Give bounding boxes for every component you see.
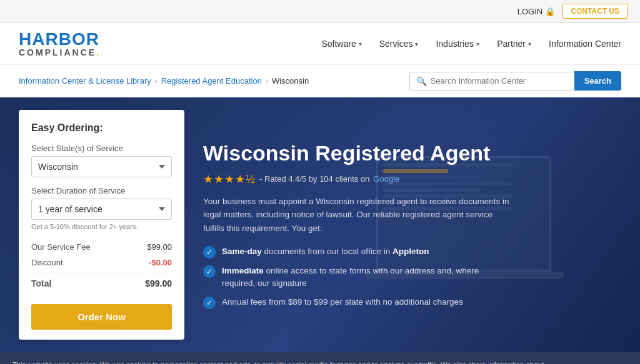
- check-icon-1: ✓: [203, 246, 216, 258]
- nav-industries[interactable]: Industries ▾: [436, 39, 479, 49]
- search-area: 🔍 Search: [409, 71, 621, 91]
- feature-3: ✓ Annual fees from $89 to $99 per state …: [203, 296, 503, 309]
- total-row: Total $99.00: [31, 273, 172, 292]
- state-form-group: Select State(s) of Service Wisconsin: [31, 144, 172, 177]
- google-link[interactable]: Google: [373, 174, 399, 184]
- cookie-banner: This website uses cookies. We use cookie…: [0, 352, 640, 364]
- duration-label: Select Duration of Service: [31, 186, 172, 195]
- cookie-text: This website uses cookies. We use cookie…: [12, 360, 550, 364]
- breadcrumb: Information Center & License Library › R…: [19, 76, 309, 86]
- check-icon-3: ✓: [203, 297, 216, 309]
- state-select[interactable]: Wisconsin: [31, 156, 172, 177]
- hero-title: Wisconsin Registered Agent: [203, 140, 621, 166]
- hero-description: Your business must appoint a Wisconsin r…: [203, 195, 516, 235]
- logo-harbor: HARBOR: [19, 31, 101, 48]
- logo-compliance: COMPLIANCE.: [19, 48, 101, 57]
- login-area: LOGIN 🔒: [518, 7, 555, 16]
- nav-software[interactable]: Software ▾: [321, 39, 361, 49]
- check-icon-2: ✓: [203, 265, 216, 278]
- pricing-section: Our Service Fee $99.00 Discount -$0.00 T…: [31, 239, 172, 292]
- discount-note: Get a 5-10% discount for 2+ years.: [31, 223, 172, 230]
- service-fee-label: Our Service Fee: [31, 242, 91, 252]
- chevron-down-icon: ▾: [359, 41, 362, 47]
- order-panel: Easy Ordering: Select State(s) of Servic…: [19, 110, 184, 340]
- main-nav: Software ▾ Services ▾ Industries ▾ Partn…: [321, 39, 621, 49]
- discount-label: Discount: [31, 258, 63, 267]
- search-icon: 🔍: [416, 76, 427, 86]
- star-rating: ★★★★½: [203, 172, 256, 186]
- chevron-down-icon: ▾: [415, 41, 418, 47]
- breadcrumb-separator: ›: [155, 77, 158, 86]
- feature-1-text: Same-day documents from our local office…: [222, 245, 429, 258]
- order-panel-title: Easy Ordering:: [31, 122, 172, 134]
- search-input-wrapper: 🔍: [409, 72, 574, 91]
- nav-information-center[interactable]: Information Center: [549, 39, 621, 49]
- search-input[interactable]: [431, 76, 568, 86]
- nav-services[interactable]: Services ▾: [379, 39, 419, 49]
- discount-value: -$0.00: [149, 258, 172, 267]
- breadcrumb-separator: ›: [266, 77, 268, 86]
- nav-partner[interactable]: Partner ▾: [497, 39, 531, 49]
- chevron-down-icon: ▾: [528, 41, 531, 47]
- total-label: Total: [31, 278, 51, 288]
- breadcrumb-link-license-library[interactable]: Information Center & License Library: [19, 76, 151, 86]
- breadcrumb-current: Wisconsin: [272, 76, 309, 86]
- order-now-button[interactable]: Order Now: [31, 304, 172, 330]
- state-label: Select State(s) of Service: [31, 144, 172, 153]
- login-label[interactable]: LOGIN: [518, 7, 542, 16]
- feature-2-text: Immediate online access to state forms w…: [222, 265, 503, 290]
- duration-select[interactable]: 1 year of service: [31, 199, 172, 220]
- hero-features-list: ✓ Same-day documents from our local offi…: [203, 245, 621, 310]
- feature-3-text: Annual fees from $89 to $99 per state wi…: [222, 296, 463, 308]
- discount-row: Discount -$0.00: [31, 255, 172, 270]
- header: HARBOR COMPLIANCE. Software ▾ Services ▾…: [0, 23, 640, 65]
- logo[interactable]: HARBOR COMPLIANCE.: [19, 31, 101, 57]
- duration-form-group: Select Duration of Service 1 year of ser…: [31, 186, 172, 230]
- rating-row: ★★★★½ - Rated 4.4/5 by 104 clients on Go…: [203, 172, 621, 186]
- contact-us-button[interactable]: CONTACT US: [562, 4, 628, 19]
- rating-text: - Rated 4.4/5 by 104 clients on: [259, 174, 369, 184]
- service-fee-value: $99.00: [147, 242, 172, 252]
- feature-1: ✓ Same-day documents from our local offi…: [203, 245, 503, 258]
- hero-content: Wisconsin Registered Agent ★★★★½ - Rated…: [184, 97, 640, 352]
- search-button[interactable]: Search: [574, 71, 621, 91]
- lock-icon: 🔒: [545, 7, 555, 16]
- breadcrumb-link-registered-agent-education[interactable]: Registered Agent Education: [161, 76, 262, 86]
- feature-2: ✓ Immediate online access to state forms…: [203, 265, 503, 290]
- hero-section: Easy Ordering: Select State(s) of Servic…: [0, 97, 640, 352]
- sub-header: Information Center & License Library › R…: [0, 65, 640, 97]
- top-bar: LOGIN 🔒 CONTACT US: [0, 0, 640, 23]
- service-fee-row: Our Service Fee $99.00: [31, 239, 172, 255]
- total-value: $99.00: [145, 278, 172, 288]
- chevron-down-icon: ▾: [476, 41, 479, 47]
